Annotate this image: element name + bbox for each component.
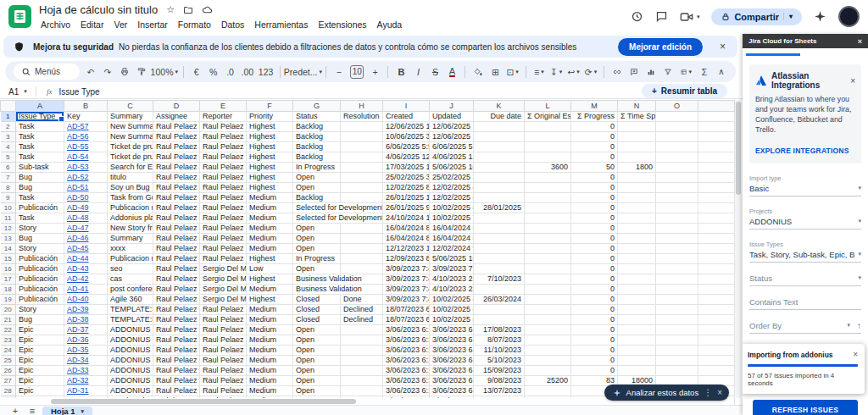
cell-E6[interactable]: Raul Pelaez Mer [200, 163, 247, 173]
cell-M11[interactable]: 0 [571, 213, 618, 224]
cell-O19[interactable] [656, 295, 698, 305]
column-header-G[interactable]: G [293, 101, 341, 112]
cell-A24[interactable]: Epic [16, 346, 64, 356]
cell-J25[interactable]: 3/06/2023 6:52:1 [430, 356, 474, 366]
cell-B23[interactable]: AD-36 [64, 335, 108, 346]
row-header-26[interactable]: 26 [1, 366, 16, 376]
cell-O23[interactable] [656, 335, 698, 346]
cell-E21[interactable]: Raul Pelaez Mer [200, 315, 247, 325]
cell-M14[interactable]: 0 [571, 244, 618, 254]
row-header-13[interactable]: 13 [1, 234, 16, 244]
cell-N26[interactable] [618, 366, 656, 376]
row-header-3[interactable]: 3 [1, 132, 16, 142]
cell-N1[interactable]: Σ Time Spent [618, 112, 656, 122]
cell-I26[interactable]: 3/06/2023 6:14:2 [383, 366, 430, 376]
cell-O14[interactable] [656, 244, 698, 254]
cell-N13[interactable] [618, 234, 656, 244]
cell-J13[interactable]: 16/04/2024 8:21 [430, 234, 474, 244]
text-wrap-button[interactable]: ↩▾ [567, 64, 579, 80]
cell-F10[interactable]: Medium [247, 203, 293, 213]
cell-F27[interactable]: Medium [247, 376, 293, 386]
cell-filler-23[interactable] [698, 335, 735, 346]
cell-C27[interactable]: ADDONIUS STA [108, 376, 153, 386]
cell-F20[interactable]: Medium [247, 305, 293, 315]
cell-I25[interactable]: 3/06/2023 6:14:3 [383, 356, 430, 366]
cell-filler-25[interactable] [698, 356, 735, 366]
cell-D14[interactable]: Raul Pelaez Mer [153, 244, 200, 254]
cell-D6[interactable]: Raul Pelaez Mer [153, 163, 200, 173]
cell-L21[interactable] [525, 315, 571, 325]
sheets-logo-icon[interactable] [8, 5, 31, 28]
cell-filler-9[interactable] [698, 193, 735, 203]
cell-K10[interactable]: 28/01/2025 [474, 203, 525, 213]
cell-A18[interactable]: Publicación [16, 285, 64, 295]
cell-A20[interactable]: Story [16, 305, 64, 315]
cell-N21[interactable] [618, 315, 656, 325]
cell-A17[interactable]: Publicación [16, 274, 64, 285]
cell-J7[interactable]: 25/02/2025 3:56 [430, 173, 474, 183]
cell-A7[interactable]: Bug [16, 173, 64, 183]
cell-J16[interactable]: 3/09/2023 7:47:2 [430, 264, 474, 274]
cell-D19[interactable]: Raul Pelaez Mer [153, 295, 200, 305]
cell-D4[interactable]: Raul Pelaez Mer [153, 142, 200, 152]
cloud-status-icon[interactable] [202, 4, 213, 15]
cell-C12[interactable]: New Story from [108, 224, 153, 234]
cell-N22[interactable] [618, 325, 656, 335]
cell-filler-19[interactable] [698, 295, 735, 305]
dismiss-icon[interactable]: × [717, 388, 722, 397]
cell-E10[interactable]: Raul Pelaez Mer [200, 203, 247, 213]
cell-I23[interactable]: 3/06/2023 6:14:4 [383, 335, 430, 346]
cell-filler-8[interactable] [698, 183, 735, 193]
cell-G8[interactable]: Open [293, 183, 341, 193]
cell-M19[interactable]: 0 [571, 295, 618, 305]
cell-F14[interactable]: Medium [247, 244, 293, 254]
cell-J17[interactable]: 4/10/2023 23:52 [430, 274, 474, 285]
cell-J24[interactable]: 3/06/2023 6:52:1 [430, 346, 474, 356]
cell-K5[interactable] [474, 152, 525, 163]
cell-M8[interactable]: 0 [571, 183, 618, 193]
cell-C22[interactable]: ADDONIUS MEI [108, 325, 153, 335]
cell-B6[interactable]: AD-53 [64, 163, 108, 173]
font-size-input[interactable]: 10 [350, 65, 364, 79]
toolbar-search[interactable]: Menús [14, 64, 80, 80]
undo-button[interactable]: ↶ [85, 64, 97, 80]
column-header-M[interactable]: M [571, 101, 618, 112]
cell-E7[interactable]: Raul Pelaez Mer [200, 173, 247, 183]
cell-D26[interactable]: Raul Pelaez Mer [153, 366, 200, 376]
cell-M12[interactable]: 0 [571, 224, 618, 234]
column-header-F[interactable]: F [247, 101, 293, 112]
column-header-E[interactable]: E [200, 101, 247, 112]
cell-L10[interactable] [525, 203, 571, 213]
cell-A1[interactable]: Issue Type [16, 112, 64, 122]
cell-N11[interactable] [618, 213, 656, 224]
cell-G18[interactable]: Business Validation [293, 285, 383, 295]
cell-C7[interactable]: titulo [108, 173, 153, 183]
cell-K4[interactable] [474, 142, 525, 152]
cell-O20[interactable] [656, 305, 698, 315]
cell-A5[interactable]: Task [16, 152, 64, 163]
row-header-2[interactable]: 2 [1, 122, 16, 132]
cell-K24[interactable]: 11/10/2023 [474, 346, 525, 356]
cell-G10[interactable]: Selected for Development [293, 203, 383, 213]
cell-N12[interactable] [618, 224, 656, 234]
cell-M16[interactable]: 0 [571, 264, 618, 274]
row-header-11[interactable]: 11 [1, 213, 16, 224]
cell-I21[interactable]: 18/07/2023 6:53 [383, 315, 430, 325]
cell-C10[interactable]: Publicacion nuev [108, 203, 153, 213]
cell-D23[interactable]: Raul Pelaez Mer [153, 335, 200, 346]
cell-L25[interactable] [525, 356, 571, 366]
create-filter-button[interactable] [662, 64, 674, 80]
cell-G13[interactable]: Open [293, 234, 341, 244]
cell-M18[interactable]: 0 [571, 285, 618, 295]
cell-C19[interactable]: Agile 360 [108, 295, 153, 305]
cell-H4[interactable] [341, 142, 383, 152]
cell-N10[interactable] [618, 203, 656, 213]
cell-E23[interactable]: Raul Pelaez Mer [200, 335, 247, 346]
cell-M25[interactable]: 0 [571, 356, 618, 366]
cell-D22[interactable]: Raul Pelaez Mer [153, 325, 200, 335]
cell-D13[interactable]: Raul Pelaez Mer [153, 234, 200, 244]
cell-B3[interactable]: AD-56 [64, 132, 108, 142]
cell-N19[interactable] [618, 295, 656, 305]
row-header-4[interactable]: 4 [1, 142, 16, 152]
cell-filler-17[interactable] [698, 274, 735, 285]
